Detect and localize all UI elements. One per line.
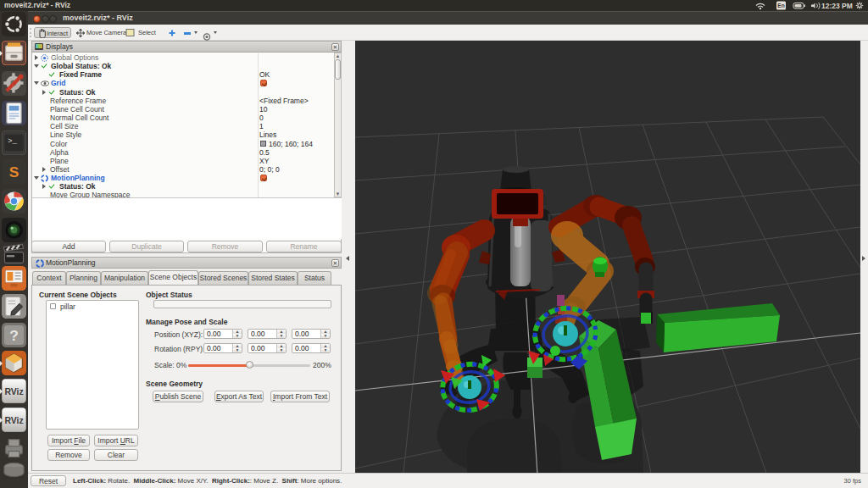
svg-text:>_: >_ [8, 136, 18, 146]
svg-text:12:23 PM: 12:23 PM [821, 2, 853, 10]
svg-text:En: En [777, 3, 784, 8]
svg-text:?: ? [9, 327, 19, 344]
svg-text:RViz: RViz [4, 387, 23, 396]
svg-text:S: S [9, 164, 19, 180]
svg-text:RViz: RViz [4, 416, 23, 425]
